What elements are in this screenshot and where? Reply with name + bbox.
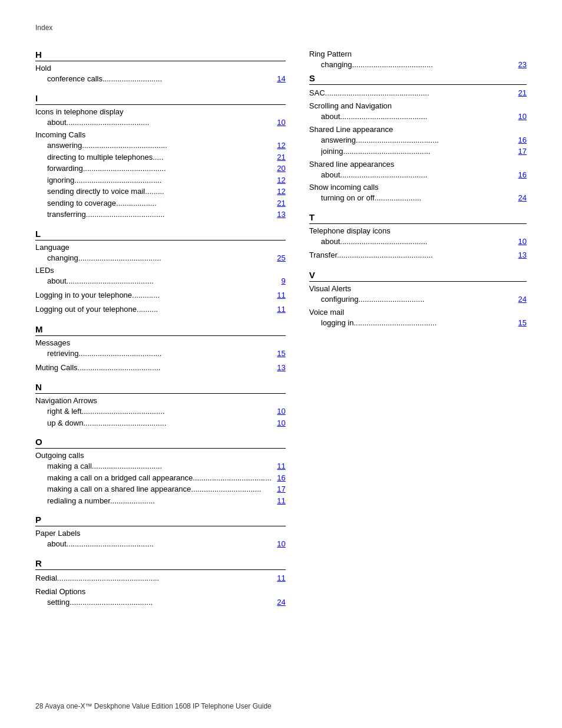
sub-text: answering...............................… bbox=[47, 140, 272, 151]
page-link[interactable]: 11 bbox=[274, 495, 286, 507]
sub-text: about...................................… bbox=[321, 169, 513, 181]
sub-text: conference calls........................… bbox=[47, 73, 272, 85]
entry-main: Icons in telephone display bbox=[35, 107, 286, 116]
section-header: V bbox=[309, 270, 527, 282]
page-link[interactable]: 13 bbox=[515, 249, 527, 262]
page-link[interactable]: 11 bbox=[274, 289, 286, 302]
section-letter: L bbox=[35, 229, 41, 239]
page-link[interactable]: 21 bbox=[274, 151, 286, 163]
entry-main: Voice mail bbox=[309, 308, 527, 317]
page-link[interactable]: 12 bbox=[274, 186, 286, 197]
entry-main: Paper Labels bbox=[35, 529, 286, 538]
entry-top: Redial..................................… bbox=[35, 572, 286, 585]
entry-group: Navigation Arrowsright & left...........… bbox=[35, 396, 286, 429]
page-link[interactable]: 17 bbox=[515, 146, 527, 157]
entry-sub: transferring............................… bbox=[35, 209, 286, 220]
entry-sub: about...................................… bbox=[309, 236, 527, 248]
page-link[interactable]: 14 bbox=[274, 73, 286, 85]
page-link[interactable]: 10 bbox=[274, 406, 286, 417]
page-link[interactable]: 16 bbox=[515, 134, 527, 146]
sub-text: retrieving..............................… bbox=[47, 348, 272, 360]
entry-sub: forwarding..............................… bbox=[35, 163, 286, 174]
page-link[interactable]: 23 bbox=[515, 59, 527, 71]
entry-group: Scrolling and Navigationabout...........… bbox=[309, 101, 527, 123]
entry-text: Muting Calls............................… bbox=[35, 362, 272, 374]
sub-text: directing to multiple telephones..... bbox=[47, 151, 272, 163]
page-link[interactable]: 11 bbox=[274, 304, 286, 316]
entry-sub: joining.................................… bbox=[309, 146, 527, 157]
page-link[interactable]: 20 bbox=[274, 163, 286, 174]
entry-text: Logging in to your telephone............… bbox=[35, 289, 272, 302]
entry-sub: changing................................… bbox=[309, 59, 527, 71]
page-link[interactable]: 21 bbox=[515, 87, 527, 100]
page-link[interactable]: 11 bbox=[274, 572, 286, 585]
page-link[interactable]: 13 bbox=[274, 362, 286, 374]
page-link[interactable]: 21 bbox=[274, 197, 286, 209]
entry-main: Hold bbox=[35, 64, 286, 73]
section-header: N bbox=[35, 382, 286, 394]
page-link[interactable]: 16 bbox=[274, 472, 286, 484]
section-letter: S bbox=[309, 73, 315, 83]
entry-sub: conference calls........................… bbox=[35, 73, 286, 85]
page-link[interactable]: 24 bbox=[274, 597, 286, 608]
section-t: TTelephone display iconsabout...........… bbox=[309, 212, 527, 262]
page-link[interactable]: 16 bbox=[515, 169, 527, 181]
entry-sub: answering...............................… bbox=[35, 140, 286, 151]
page-link[interactable]: 24 bbox=[515, 294, 527, 305]
sub-text: setting.................................… bbox=[47, 597, 272, 608]
page-link[interactable]: 10 bbox=[274, 538, 286, 550]
entry-group: Telephone display iconsabout............… bbox=[309, 226, 527, 248]
section-letter: M bbox=[35, 324, 43, 334]
section-p: PPaper Labelsabout......................… bbox=[35, 515, 286, 550]
entry-sub: directing to multiple telephones.....21 bbox=[35, 151, 286, 163]
page-link[interactable]: 15 bbox=[515, 317, 527, 329]
page-link[interactable]: 12 bbox=[274, 174, 286, 186]
entry-sub: about...................................… bbox=[35, 538, 286, 550]
sub-text: forwarding..............................… bbox=[47, 163, 272, 174]
section-header: R bbox=[35, 558, 286, 570]
left-column: HHoldconference calls...................… bbox=[35, 50, 286, 616]
page-link[interactable]: 10 bbox=[274, 117, 286, 129]
page-link[interactable]: 25 bbox=[274, 252, 286, 264]
page-link[interactable]: 15 bbox=[274, 348, 286, 360]
entry-top: Muting Calls............................… bbox=[35, 362, 286, 374]
page-link[interactable]: 11 bbox=[274, 460, 286, 472]
section-letter: N bbox=[35, 382, 42, 392]
page-link[interactable]: 24 bbox=[515, 192, 527, 204]
entry-group: Messagesretrieving......................… bbox=[35, 338, 286, 360]
page-label: Index bbox=[35, 24, 527, 32]
footer: 28 Avaya one-X™ Deskphone Value Edition … bbox=[35, 702, 527, 710]
page-link[interactable]: 17 bbox=[274, 483, 286, 495]
page-link[interactable]: 13 bbox=[274, 209, 286, 220]
entry-main: Ring Pattern bbox=[309, 50, 527, 58]
right-column: Ring Patternchanging....................… bbox=[309, 50, 527, 616]
entry-group: Outgoing callsmaking a call.............… bbox=[35, 451, 286, 506]
entry-main: Messages bbox=[35, 338, 286, 347]
entry-group: Redial..................................… bbox=[35, 572, 286, 585]
entry-top: Transfer................................… bbox=[309, 249, 527, 262]
section-letter: H bbox=[35, 50, 42, 60]
section-letter: T bbox=[309, 212, 315, 222]
sub-text: configuring.............................… bbox=[321, 294, 513, 305]
entry-sub: sending to coverage...................21 bbox=[35, 197, 286, 209]
entry-sub: ignoring................................… bbox=[35, 174, 286, 186]
sub-text: up & down...............................… bbox=[47, 417, 272, 429]
sub-text: ignoring................................… bbox=[47, 174, 272, 186]
page-link[interactable]: 12 bbox=[274, 140, 286, 151]
entry-main: Navigation Arrows bbox=[35, 396, 286, 405]
entry-main: Visual Alerts bbox=[309, 284, 527, 293]
entry-main: Outgoing calls bbox=[35, 451, 286, 460]
page-link[interactable]: 10 bbox=[515, 111, 527, 123]
page-link[interactable]: 10 bbox=[515, 236, 527, 248]
page-link[interactable]: 10 bbox=[274, 417, 286, 429]
entry-sub: changing................................… bbox=[35, 252, 286, 264]
sub-text: about...................................… bbox=[47, 538, 272, 550]
sub-text: changing................................… bbox=[321, 59, 513, 71]
entry-sub: answering...............................… bbox=[309, 134, 527, 146]
sub-text: about...................................… bbox=[321, 111, 513, 123]
sub-text: transferring............................… bbox=[47, 209, 272, 220]
entry-group: Icons in telephone displayabout.........… bbox=[35, 107, 286, 129]
entry-group: Show incoming callsturning on or off....… bbox=[309, 183, 527, 204]
section-n: NNavigation Arrowsright & left..........… bbox=[35, 382, 286, 429]
page-link[interactable]: 9 bbox=[274, 275, 286, 287]
